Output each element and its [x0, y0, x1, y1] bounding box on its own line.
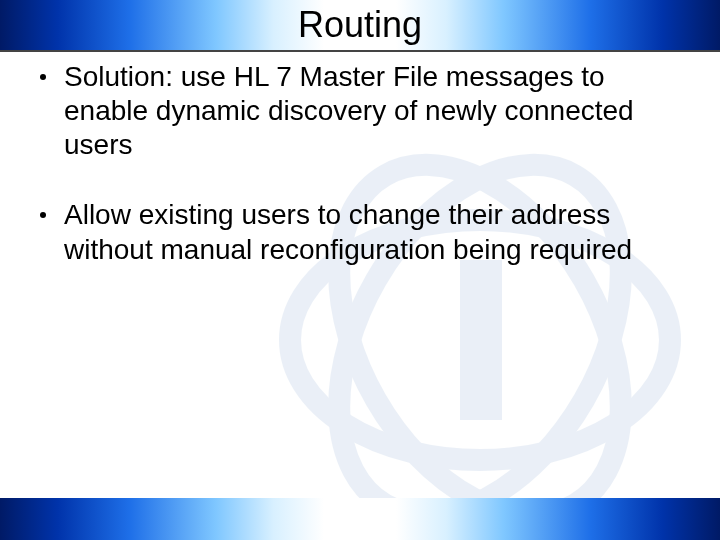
slide: Routing Solution: use HL 7 Master File m… [0, 0, 720, 540]
bullet-item: Solution: use HL 7 Master File messages … [40, 60, 680, 162]
bullet-text: Solution: use HL 7 Master File messages … [64, 60, 680, 162]
bullet-item: Allow existing users to change their add… [40, 198, 680, 266]
slide-body: Solution: use HL 7 Master File messages … [40, 60, 680, 303]
bullet-text: Allow existing users to change their add… [64, 198, 680, 266]
header-divider [0, 50, 720, 52]
footer-gradient-bar [0, 498, 720, 540]
bullet-dot-icon [40, 74, 46, 80]
slide-title: Routing [0, 4, 720, 46]
bullet-dot-icon [40, 212, 46, 218]
